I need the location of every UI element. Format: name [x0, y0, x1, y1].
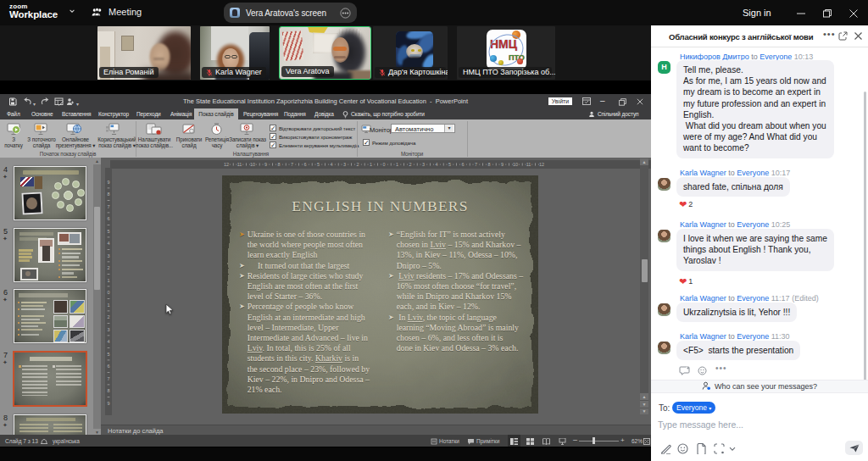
svg-text:4: 4 [107, 339, 109, 344]
svg-text:4: 4 [435, 162, 437, 167]
svg-text:8: 8 [277, 162, 280, 167]
svg-text:10: 10 [513, 162, 518, 167]
svg-text:6: 6 [461, 162, 464, 167]
svg-text:5: 5 [107, 352, 109, 357]
svg-text:1: 1 [107, 278, 109, 283]
svg-text:5: 5 [317, 162, 320, 167]
svg-text:2: 2 [409, 162, 411, 167]
svg-text:3: 3 [107, 253, 109, 258]
svg-text:8: 8 [107, 192, 109, 197]
svg-text:0: 0 [107, 290, 109, 295]
svg-text:9: 9 [501, 162, 504, 167]
svg-text:11: 11 [526, 162, 531, 167]
svg-text:7: 7 [291, 162, 293, 167]
svg-text:12: 12 [539, 162, 544, 167]
svg-text:4: 4 [330, 162, 332, 167]
svg-text:4: 4 [107, 241, 109, 246]
svg-text:10: 10 [250, 162, 255, 167]
svg-text:6: 6 [107, 216, 109, 221]
svg-text:8: 8 [487, 162, 490, 167]
svg-text:1: 1 [107, 303, 109, 308]
svg-text:2: 2 [107, 265, 109, 270]
svg-text:1: 1 [370, 162, 372, 167]
svg-text:3: 3 [422, 162, 425, 167]
svg-text:9: 9 [107, 180, 109, 185]
svg-text:5: 5 [107, 229, 109, 234]
svg-text:0: 0 [382, 162, 385, 167]
svg-text:9: 9 [264, 162, 267, 167]
svg-text:7: 7 [107, 376, 109, 381]
svg-text:5: 5 [448, 162, 451, 167]
svg-text:2: 2 [356, 162, 359, 167]
svg-text:12: 12 [224, 162, 229, 167]
svg-text:9: 9 [107, 401, 109, 406]
svg-text:11: 11 [237, 162, 242, 167]
svg-text:1: 1 [396, 162, 398, 167]
svg-text:6: 6 [303, 162, 306, 167]
svg-text:3: 3 [107, 327, 109, 332]
svg-text:6: 6 [107, 364, 109, 369]
svg-text:7: 7 [107, 204, 109, 209]
svg-text:3: 3 [343, 162, 346, 167]
svg-text:7: 7 [475, 162, 477, 167]
svg-text:8: 8 [107, 388, 109, 393]
svg-text:2: 2 [107, 314, 109, 319]
